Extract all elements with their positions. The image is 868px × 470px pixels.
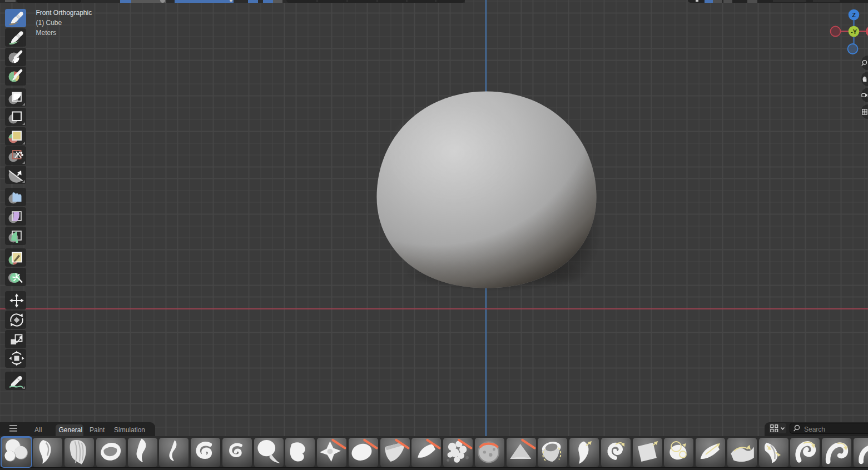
svg-text:Z: Z <box>852 12 856 18</box>
svg-text:-Y: -Y <box>851 28 857 35</box>
